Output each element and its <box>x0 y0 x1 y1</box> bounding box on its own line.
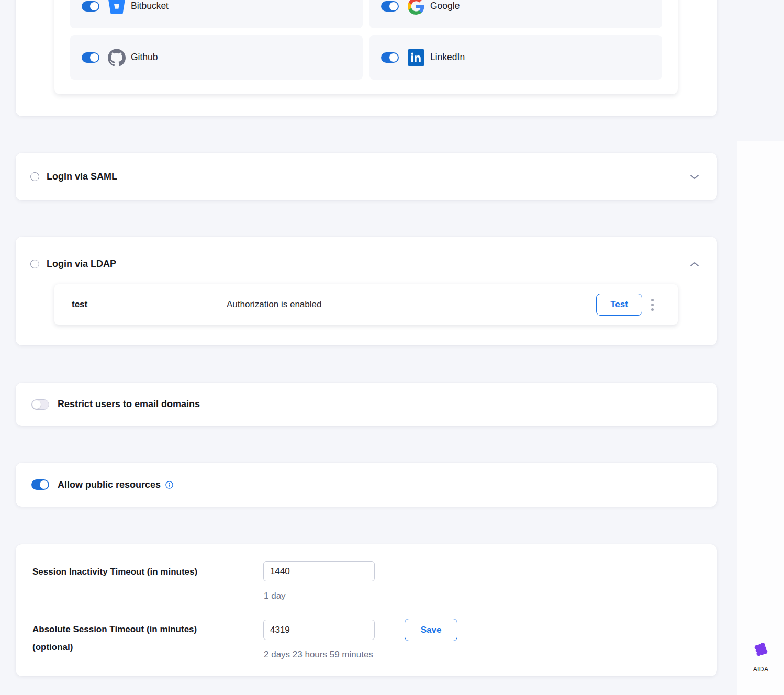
inactivity-timeout-hint: 1 day <box>264 591 286 601</box>
provider-row-github: Github <box>70 35 363 80</box>
inactivity-timeout-input[interactable] <box>263 561 375 581</box>
restrict-domains-card: Restrict users to email domains <box>16 383 717 426</box>
absolute-timeout-label-line1: Absolute Session Timeout (in minutes) <box>32 621 197 638</box>
provider-row-bitbucket: Bitbucket <box>70 0 363 28</box>
auth-settings-page: Bitbucket Google <box>0 0 784 695</box>
github-icon <box>108 49 126 66</box>
saml-title: Login via SAML <box>47 171 117 182</box>
provider-label: Bitbucket <box>131 1 169 12</box>
provider-label: Github <box>131 52 158 63</box>
inactivity-timeout-label: Session Inactivity Timeout (in minutes) <box>32 563 197 581</box>
absolute-timeout-hint: 2 days 23 hours 59 minutes <box>264 649 373 660</box>
ldap-entry-status: Authorization is enabled <box>227 299 321 310</box>
bitbucket-toggle[interactable] <box>82 1 99 12</box>
info-icon[interactable] <box>165 481 173 489</box>
ldap-card: Login via LDAP test Authorization is ena… <box>16 237 717 345</box>
public-resources-toggle[interactable] <box>31 479 49 490</box>
login-providers-card: Bitbucket Google <box>16 0 717 116</box>
provider-label: LinkedIn <box>430 52 465 63</box>
ldap-title: Login via LDAP <box>47 259 116 270</box>
public-resources-card: Allow public resources <box>16 463 717 507</box>
test-button[interactable]: Test <box>596 294 642 316</box>
absolute-timeout-label: Absolute Session Timeout (in minutes) (o… <box>32 621 197 656</box>
public-resources-label: Allow public resources <box>58 479 161 490</box>
aida-widget[interactable]: AIDA <box>751 640 771 673</box>
restrict-domains-toggle[interactable] <box>31 399 49 410</box>
kebab-menu-icon[interactable] <box>651 299 654 311</box>
ldap-header: Login via LDAP <box>16 237 717 270</box>
absolute-timeout-label-line2: (optional) <box>32 638 197 656</box>
ldap-entry-row: test Authorization is enabled Test <box>54 284 678 325</box>
provider-grid: Bitbucket Google <box>70 0 662 80</box>
session-timeout-card: Session Inactivity Timeout (in minutes) … <box>16 544 717 676</box>
absolute-timeout-input[interactable] <box>263 620 375 640</box>
linkedin-icon <box>407 49 425 66</box>
chevron-up-icon[interactable] <box>690 262 699 267</box>
ldap-entry-name: test <box>72 299 227 310</box>
right-rail: AIDA <box>737 141 784 695</box>
provider-label: Google <box>430 1 460 12</box>
linkedin-toggle[interactable] <box>381 52 399 63</box>
aida-icon <box>751 640 771 662</box>
google-icon <box>407 0 425 15</box>
restrict-domains-label: Restrict users to email domains <box>58 399 200 410</box>
save-button[interactable]: Save <box>405 619 457 641</box>
providers-panel: Bitbucket Google <box>54 0 678 94</box>
google-toggle[interactable] <box>381 1 399 12</box>
provider-row-google: Google <box>369 0 662 28</box>
saml-radio[interactable] <box>30 172 39 181</box>
bitbucket-icon <box>108 0 126 15</box>
aida-label: AIDA <box>753 666 769 673</box>
ldap-radio[interactable] <box>30 260 39 268</box>
github-toggle[interactable] <box>82 52 99 63</box>
chevron-down-icon[interactable] <box>690 174 699 180</box>
provider-row-linkedin: LinkedIn <box>369 35 662 80</box>
saml-card: Login via SAML <box>16 153 717 200</box>
